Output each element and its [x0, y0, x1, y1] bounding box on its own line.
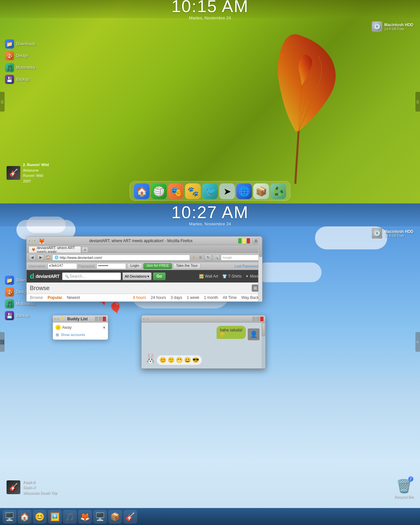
- ff-resize-handle[interactable]: ⌟: [258, 297, 262, 301]
- da-category-select[interactable]: All Deviations ▾: [122, 272, 152, 280]
- chat-scrollbar[interactable]: [262, 323, 265, 368]
- ff-color-btn-yellow[interactable]: [242, 238, 246, 243]
- da-go-button[interactable]: Go: [153, 272, 166, 280]
- ff-google-search[interactable]: Google: [221, 255, 260, 261]
- dock-icon-trash-empty[interactable]: 📦: [253, 183, 269, 199]
- mac-hdd-1[interactable]: 💿 Macintosh HDD 14.9 GB Free: [372, 21, 413, 32]
- emoji-smile[interactable]: 😊: [159, 357, 166, 364]
- ff-username-input[interactable]: e3ek147: [48, 263, 77, 269]
- da-nav-wallart[interactable]: 🖼️ Wall Art: [199, 274, 218, 279]
- ff-forward-btn[interactable]: ▶: [37, 254, 44, 261]
- da-nav-tshirts[interactable]: 👕 T-Shirts: [222, 274, 242, 279]
- ff-close-btn[interactable]: [29, 241, 30, 241]
- taskbar-icon-photo[interactable]: 🖼️: [48, 510, 62, 524]
- icon-backup-1[interactable]: 💾 Backup: [5, 75, 35, 84]
- ff-scrollbar[interactable]: [258, 237, 262, 302]
- da-nav-links: 🖼️ Wall Art 👕 T-Shirts ✦ More: [199, 274, 259, 279]
- da-time-1w[interactable]: 1 week: [187, 295, 199, 300]
- emoji-cool[interactable]: 😎: [192, 357, 199, 364]
- dock-icon-ball[interactable]: 🏐: [151, 183, 167, 199]
- buddy-toolbar-3[interactable]: [103, 317, 106, 321]
- da-time-1m[interactable]: 1 month: [204, 295, 218, 300]
- buddy-max-btn[interactable]: [58, 319, 59, 319]
- ff-max-btn[interactable]: [34, 241, 35, 241]
- dock-icon-face[interactable]: 🎭: [168, 183, 184, 199]
- dock-icon-trash-full[interactable]: ♻️: [270, 183, 286, 199]
- buddy-min-btn[interactable]: [56, 319, 57, 319]
- chat-bubble-area: haha saluda! 😊: [217, 326, 246, 340]
- da-search-input[interactable]: 🔍 Search...: [62, 272, 121, 280]
- da-time-wayback[interactable]: Way Back: [241, 295, 259, 300]
- ff-login-btn[interactable]: Login: [127, 263, 142, 269]
- ff-color-btn-red[interactable]: [247, 238, 250, 243]
- buddy-star-icon: ★: [61, 317, 66, 321]
- icon-design-1[interactable]: 🎨 Design: [5, 51, 35, 60]
- ff-url-bar[interactable]: 🌐 http://www.deviantart.com/: [52, 255, 190, 261]
- emoji-smile3[interactable]: 😁: [176, 357, 183, 364]
- da-tab-newest[interactable]: Newest: [67, 295, 80, 300]
- dock-icon-cursor[interactable]: ➤: [219, 183, 235, 199]
- ff-min-btn[interactable]: [32, 241, 32, 241]
- buddy-toolbar-2[interactable]: [99, 317, 102, 321]
- taskbar-icon-guitar[interactable]: 🎸: [123, 510, 137, 524]
- da-time-3d[interactable]: 3 days: [171, 295, 182, 300]
- ff-lost-pwd[interactable]: Lost Password?: [235, 264, 260, 268]
- recycle-bin[interactable]: 🗑️ 7 Recycle Bin: [394, 478, 413, 499]
- taskbar-icon-face[interactable]: 😊: [33, 510, 47, 524]
- da-time-24h[interactable]: 24 hours: [151, 295, 166, 300]
- ff-back-btn[interactable]: ◀: [29, 254, 36, 261]
- side-handle-right[interactable]: |||: [415, 332, 420, 352]
- emoji-smile4[interactable]: 😄: [184, 357, 191, 364]
- ff-new-tab-btn[interactable]: +: [82, 247, 88, 253]
- recycle-bin-badge: 7: [408, 476, 413, 482]
- ff-join-btn[interactable]: Join for FREE: [143, 263, 172, 269]
- buddy-toolbar-1[interactable]: [95, 317, 98, 321]
- album-name-1: Runnin' Wild: [23, 173, 49, 178]
- taskbar-icon-music[interactable]: 🎵: [63, 510, 77, 524]
- ff-tab-active[interactable]: 🦊 deviantART: where ART meets applic...: [29, 246, 81, 253]
- chat-close-btn[interactable]: [143, 319, 144, 319]
- da-time-8h[interactable]: 8 hours: [133, 295, 146, 300]
- ff-home-btn[interactable]: 🏠: [46, 255, 51, 260]
- dock-icon-bird[interactable]: 🐦: [202, 183, 218, 199]
- ff-reload-btn[interactable]: ↻: [204, 254, 212, 261]
- mac-hdd-2[interactable]: 💿 Macintosh HDD 14.9 GB Free: [372, 228, 413, 239]
- dock-icon-animal[interactable]: 🐾: [185, 183, 201, 199]
- buddy-status-row[interactable]: ☆ Away ▾: [54, 324, 107, 331]
- emoji-smile2[interactable]: 🙂: [168, 357, 175, 364]
- widget-handle-left-1[interactable]: |||: [0, 92, 5, 112]
- icon-multimedia-1[interactable]: 🎵 Multimedia: [5, 63, 35, 72]
- ff-bookmark-manage[interactable]: ☆: [198, 255, 203, 260]
- icon-downloads-1[interactable]: 📁 Downloads: [5, 39, 35, 49]
- rabbit-icon: 🐰: [145, 353, 156, 364]
- widget-handle-right-1[interactable]: |||: [415, 92, 420, 112]
- taskbar-icon-firefox[interactable]: 🦊: [78, 510, 92, 524]
- da-tab-popular[interactable]: Popular: [48, 295, 62, 300]
- chat-min-btn[interactable]: [145, 319, 146, 319]
- buddy-show-accounts-btn[interactable]: ⊕ Show accounts: [54, 331, 107, 338]
- chat-toolbar-3[interactable]: [260, 317, 263, 321]
- taskbar-icon-monitor[interactable]: 🖥️: [93, 510, 107, 524]
- chat-toolbar-2[interactable]: [256, 317, 260, 321]
- taskbar-icon-start[interactable]: 🖥️: [3, 510, 16, 524]
- da-browse-icon[interactable]: ⊞: [252, 284, 259, 292]
- buddy-status-dropdown[interactable]: ▾: [103, 325, 105, 330]
- side-handle-left[interactable]: |||: [0, 332, 5, 352]
- ff-scroll-thumb[interactable]: [259, 237, 262, 257]
- buddy-close-btn[interactable]: [55, 319, 55, 319]
- ff-password-input[interactable]: ••••••••: [96, 263, 126, 269]
- taskbar-icon-folder[interactable]: 📦: [108, 510, 122, 524]
- ff-color-btn-green[interactable]: [238, 238, 242, 243]
- chat-max-btn[interactable]: [147, 319, 148, 319]
- ff-tour-btn[interactable]: Take the Tour: [173, 263, 201, 269]
- dock-icon-globe[interactable]: 🌐: [236, 183, 252, 199]
- chat-scroll-thumb[interactable]: [262, 323, 265, 336]
- da-time-all[interactable]: All Time: [223, 295, 237, 300]
- dock-icon-house[interactable]: 🏠: [134, 183, 150, 199]
- icon-backup-2[interactable]: 💾 Backup: [5, 311, 35, 320]
- taskbar-icon-home[interactable]: 🏠: [18, 510, 32, 524]
- ff-bookmark-star[interactable]: ★: [191, 255, 197, 260]
- ff-titlebar: 🦊 deviantART: where ART meets applicatio…: [27, 237, 262, 245]
- chat-toolbar-1[interactable]: [252, 317, 256, 321]
- da-nav-more[interactable]: ✦ More: [245, 274, 259, 279]
